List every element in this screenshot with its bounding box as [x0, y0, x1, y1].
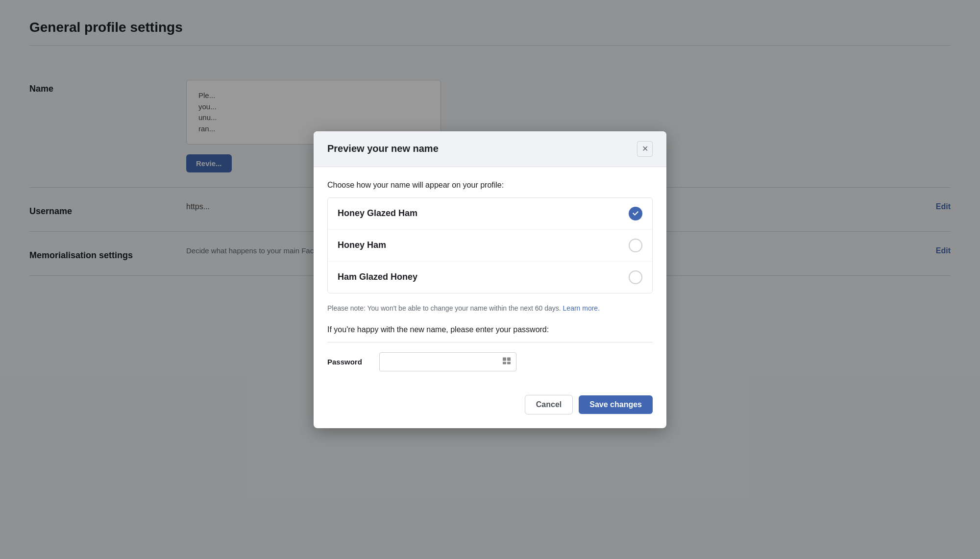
note-content: Please note: You won't be able to change… [327, 304, 561, 312]
modal-title: Preview your new name [327, 143, 439, 154]
eye-icon [502, 357, 513, 365]
radio-option-2 [629, 239, 642, 252]
name-option-3-label: Ham Glazed Honey [338, 272, 417, 282]
cancel-button[interactable]: Cancel [525, 395, 573, 414]
svg-rect-1 [507, 358, 511, 361]
check-icon [632, 210, 639, 218]
note-text: Please note: You won't be able to change… [327, 303, 653, 314]
modal-body: Choose how your name will appear on your… [314, 167, 666, 395]
name-option-1-label: Honey Glazed Ham [338, 208, 417, 219]
name-options-list: Honey Glazed Ham Honey Ham Ham Glazed Ho… [327, 197, 653, 293]
name-option-1[interactable]: Honey Glazed Ham [328, 198, 652, 230]
password-label: Password [327, 358, 371, 366]
modal-overlay: Preview your new name ✕ Choose how your … [0, 0, 980, 559]
modal-divider [327, 342, 653, 342]
learn-more-link[interactable]: Learn more. [563, 304, 600, 312]
radio-option-3 [629, 270, 642, 284]
modal-header: Preview your new name ✕ [314, 131, 666, 167]
password-prompt: If you're happy with the new name, pleas… [327, 325, 653, 334]
modal-footer: Cancel Save changes [314, 395, 666, 428]
name-option-2-label: Honey Ham [338, 240, 386, 250]
password-input[interactable] [379, 352, 516, 371]
svg-rect-2 [503, 362, 506, 365]
svg-rect-0 [503, 358, 506, 361]
name-option-2[interactable]: Honey Ham [328, 230, 652, 262]
modal-subtitle: Choose how your name will appear on your… [327, 181, 653, 190]
password-row: Password [327, 352, 653, 371]
name-option-3[interactable]: Ham Glazed Honey [328, 262, 652, 293]
password-input-wrapper [379, 352, 516, 371]
save-changes-button[interactable]: Save changes [579, 395, 653, 414]
radio-option-1 [629, 207, 642, 220]
close-icon: ✕ [642, 144, 648, 153]
modal-close-button[interactable]: ✕ [637, 141, 653, 157]
password-visibility-toggle[interactable] [502, 357, 513, 367]
modal: Preview your new name ✕ Choose how your … [314, 131, 666, 428]
svg-rect-3 [507, 362, 511, 365]
